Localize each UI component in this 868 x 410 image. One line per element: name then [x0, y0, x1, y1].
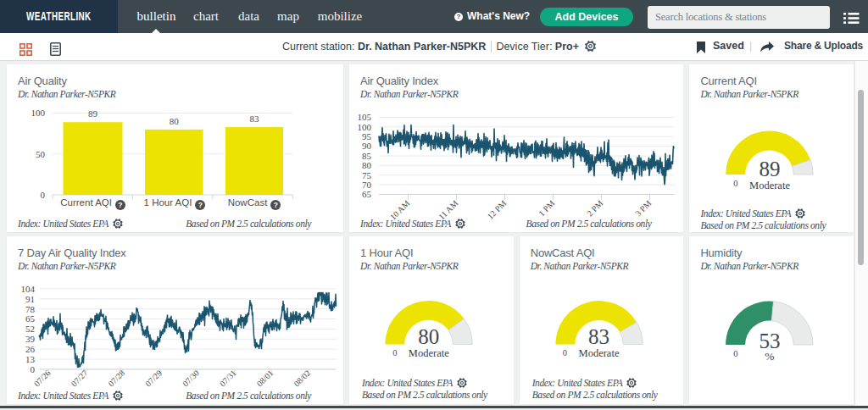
svg-text:26: 26	[25, 344, 36, 354]
svg-text:89: 89	[88, 108, 98, 118]
svg-text:07/26: 07/26	[32, 368, 53, 388]
svg-text:0: 0	[31, 363, 36, 374]
svg-text:90: 90	[362, 141, 372, 151]
svg-text:1 PM: 1 PM	[537, 198, 556, 218]
svg-text:70: 70	[362, 179, 372, 189]
svg-text:83: 83	[250, 114, 260, 124]
svg-text:07/29: 07/29	[143, 368, 164, 388]
svg-text:80: 80	[170, 115, 180, 125]
svg-text:3 PM: 3 PM	[633, 198, 653, 218]
svg-text:07/30: 07/30	[181, 368, 201, 388]
svg-text:100: 100	[31, 108, 46, 118]
svg-text:07/28: 07/28	[106, 368, 126, 388]
svg-text:07/31: 07/31	[218, 368, 238, 388]
svg-text:08/01: 08/01	[255, 368, 275, 388]
svg-text:75: 75	[362, 169, 372, 180]
svg-text:12 PM: 12 PM	[486, 198, 509, 221]
svg-text:50: 50	[36, 148, 46, 158]
svg-text:65: 65	[362, 189, 372, 199]
svg-text:52: 52	[25, 324, 35, 334]
svg-text:91: 91	[25, 293, 35, 303]
svg-text:07/27: 07/27	[70, 368, 90, 388]
svg-text:08/02: 08/02	[292, 368, 312, 388]
svg-text:85: 85	[362, 150, 372, 160]
svg-text:80: 80	[362, 160, 372, 170]
svg-text:2 PM: 2 PM	[585, 198, 604, 218]
svg-text:105: 105	[358, 112, 372, 122]
svg-text:65: 65	[25, 313, 36, 324]
svg-text:95: 95	[362, 131, 372, 141]
svg-text:39: 39	[25, 334, 36, 344]
svg-text:78: 78	[25, 303, 36, 313]
svg-text:104: 104	[21, 283, 36, 293]
svg-text:100: 100	[358, 121, 372, 131]
svg-text:13: 13	[25, 353, 36, 363]
